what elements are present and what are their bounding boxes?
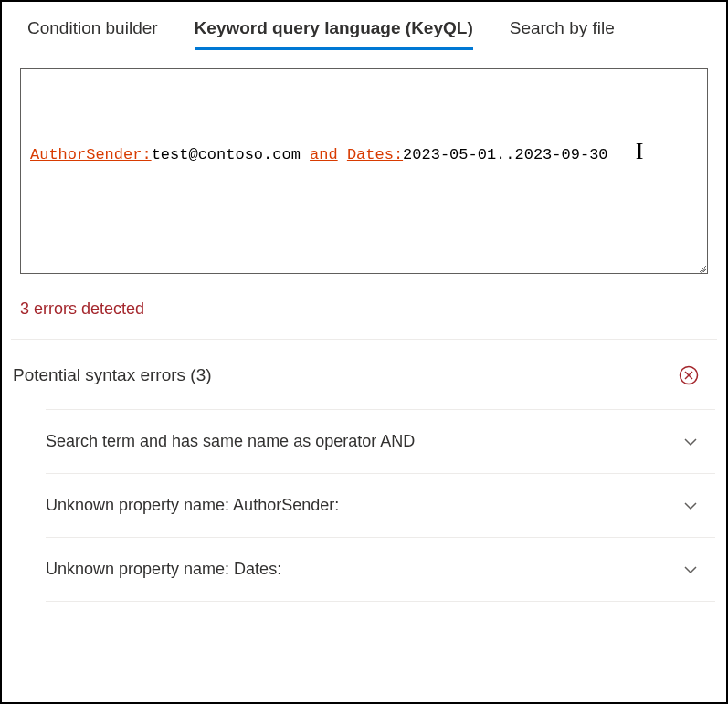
query-token-property: Dates:: [347, 146, 403, 163]
query-editor[interactable]: AuthorSender:test@contoso.com and Dates:…: [20, 68, 708, 274]
tab-keyql[interactable]: Keyword query language (KeyQL): [195, 18, 473, 50]
query-token-value: test@contoso.com: [152, 146, 310, 163]
tab-condition-builder[interactable]: Condition builder: [27, 18, 158, 47]
query-token-property: AuthorSender:: [30, 146, 152, 163]
error-text: Search term and has same name as operato…: [46, 432, 415, 451]
error-summary: 3 errors detected: [2, 274, 726, 339]
error-list: Search term and has same name as operato…: [2, 409, 726, 601]
error-text: Unknown property name: AuthorSender:: [46, 496, 339, 515]
error-item[interactable]: Unknown property name: Dates:: [46, 537, 715, 601]
error-text: Unknown property name: Dates:: [46, 560, 281, 579]
tab-search-by-file[interactable]: Search by file: [510, 18, 615, 47]
section-title: Potential syntax errors (3): [13, 365, 212, 385]
chevron-down-icon: [682, 434, 699, 450]
text-cursor-icon: I: [636, 135, 644, 168]
error-item[interactable]: Search term and has same name as operato…: [46, 409, 715, 473]
query-token-value: 2023-05-01..2023-09-30: [403, 146, 607, 163]
close-icon[interactable]: [679, 365, 699, 385]
query-token-operator: and: [310, 146, 338, 163]
divider: [46, 601, 715, 602]
chevron-down-icon: [682, 498, 699, 514]
error-item[interactable]: Unknown property name: AuthorSender:: [46, 473, 715, 537]
resize-handle[interactable]: [695, 261, 706, 272]
query-token-space: [338, 146, 347, 163]
chevron-down-icon: [682, 562, 699, 578]
syntax-errors-header: Potential syntax errors (3): [2, 340, 726, 409]
tabs: Condition builder Keyword query language…: [2, 2, 726, 50]
